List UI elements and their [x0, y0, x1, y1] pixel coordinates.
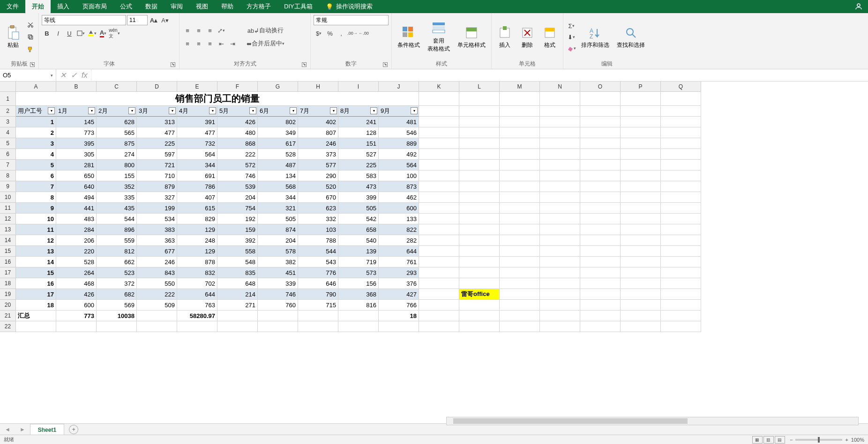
filter-button[interactable]: ▾ — [169, 107, 176, 114]
cell[interactable] — [540, 235, 580, 246]
cell[interactable] — [540, 117, 580, 127]
accounting-format-button[interactable]: $ — [314, 28, 324, 38]
cell[interactable]: 383 — [137, 224, 177, 235]
cell[interactable]: 640 — [56, 181, 97, 192]
menu-tab-5[interactable]: 数据 — [139, 0, 164, 13]
cell[interactable]: 10 — [16, 214, 56, 224]
cell[interactable]: 145 — [56, 117, 97, 127]
cell[interactable] — [621, 138, 661, 149]
view-page-break-button[interactable]: ▤ — [775, 436, 785, 444]
cell[interactable]: 544 — [97, 214, 137, 224]
cell[interactable] — [580, 321, 621, 332]
cell[interactable]: 6 — [16, 170, 56, 181]
cell[interactable] — [500, 149, 540, 160]
cell[interactable] — [621, 192, 661, 203]
cell[interactable] — [137, 311, 177, 321]
cell[interactable]: 汇总 — [16, 311, 56, 321]
row-header-9[interactable]: 9 — [0, 181, 16, 192]
cell[interactable] — [580, 235, 621, 246]
align-bottom-button[interactable]: ≡ — [205, 25, 215, 36]
align-left-button[interactable]: ≡ — [182, 38, 193, 49]
cell[interactable]: 16 — [16, 278, 56, 289]
cell[interactable] — [661, 214, 701, 224]
cell[interactable]: 648 — [217, 278, 258, 289]
cell[interactable]: 766 — [379, 300, 419, 311]
cell[interactable]: 372 — [97, 278, 137, 289]
cell[interactable] — [419, 321, 459, 332]
cell[interactable] — [661, 192, 701, 203]
cell[interactable]: 407 — [177, 192, 217, 203]
cell[interactable] — [540, 214, 580, 224]
increase-font-button[interactable]: A▴ — [149, 15, 159, 25]
col-header-O[interactable]: O — [580, 81, 621, 92]
cell[interactable]: 13 — [16, 246, 56, 257]
cell[interactable]: 349 — [258, 127, 298, 138]
cell[interactable] — [621, 267, 661, 278]
col-header-E[interactable]: E — [177, 81, 217, 92]
cell[interactable] — [661, 92, 701, 106]
cell[interactable]: 399 — [338, 192, 379, 203]
cell[interactable]: 523 — [97, 267, 137, 278]
format-painter-button[interactable] — [25, 44, 36, 54]
cell[interactable]: 565 — [97, 127, 137, 138]
indent-decrease-button[interactable]: ⇤ — [216, 38, 226, 49]
cell[interactable] — [580, 246, 621, 257]
filter-button[interactable]: ▾ — [209, 107, 216, 114]
increase-decimal-button[interactable]: .00→ — [347, 28, 358, 38]
cell[interactable] — [580, 138, 621, 149]
filter-button[interactable]: ▾ — [88, 107, 95, 114]
cell[interactable] — [419, 224, 459, 235]
cell[interactable]: 281 — [56, 160, 97, 170]
cell[interactable] — [419, 203, 459, 214]
cell[interactable] — [500, 160, 540, 170]
cell[interactable] — [661, 106, 701, 117]
cell[interactable] — [621, 235, 661, 246]
zoom-slider[interactable] — [795, 439, 842, 441]
col-header-G[interactable]: G — [258, 81, 298, 92]
format-cells-button[interactable]: 格式 — [539, 24, 560, 50]
autosum-button[interactable]: Σ — [566, 21, 576, 31]
cell[interactable]: 896 — [97, 224, 137, 235]
cell-styles-button[interactable]: 单元格样式 — [455, 24, 488, 50]
cell[interactable]: 617 — [258, 138, 298, 149]
cell[interactable]: 600 — [56, 300, 97, 311]
cell[interactable]: 352 — [97, 181, 137, 192]
cell[interactable]: 487 — [258, 160, 298, 170]
cell[interactable]: 220 — [56, 246, 97, 257]
col-header-F[interactable]: F — [217, 81, 258, 92]
cell[interactable] — [580, 160, 621, 170]
cell[interactable] — [459, 138, 500, 149]
cell[interactable]: 583 — [338, 170, 379, 181]
cell[interactable] — [540, 257, 580, 267]
formula-input[interactable] — [91, 69, 868, 81]
menu-tab-2[interactable]: 插入 — [51, 0, 76, 13]
cell[interactable]: 销售部门员工的销量 — [16, 92, 419, 106]
delete-cells-button[interactable]: 删除 — [517, 24, 538, 50]
cell[interactable] — [621, 246, 661, 257]
cell[interactable]: 392 — [217, 235, 258, 246]
cell[interactable]: 879 — [137, 181, 177, 192]
cell[interactable] — [459, 117, 500, 127]
cell[interactable] — [621, 149, 661, 160]
cell[interactable] — [500, 138, 540, 149]
col-header-C[interactable]: C — [97, 81, 137, 92]
cell[interactable]: 129 — [177, 224, 217, 235]
cell[interactable]: 426 — [56, 289, 97, 300]
cell[interactable]: 773 — [56, 127, 97, 138]
cell[interactable] — [621, 106, 661, 117]
cell[interactable] — [540, 267, 580, 278]
cell[interactable] — [419, 267, 459, 278]
menu-tab-7[interactable]: 视图 — [189, 0, 215, 13]
filter-button[interactable]: ▾ — [249, 107, 256, 114]
cell[interactable] — [540, 289, 580, 300]
cell[interactable]: 889 — [379, 138, 419, 149]
row-header-7[interactable]: 7 — [0, 160, 16, 170]
clear-button[interactable] — [566, 43, 576, 53]
cell[interactable] — [580, 267, 621, 278]
cell[interactable] — [379, 321, 419, 332]
zoom-out-button[interactable]: − — [790, 437, 793, 443]
decrease-decimal-button[interactable]: ←.00 — [359, 28, 369, 38]
col-header-Q[interactable]: Q — [661, 81, 701, 92]
fill-button[interactable]: ⬇ — [566, 32, 576, 42]
cell[interactable] — [459, 127, 500, 138]
